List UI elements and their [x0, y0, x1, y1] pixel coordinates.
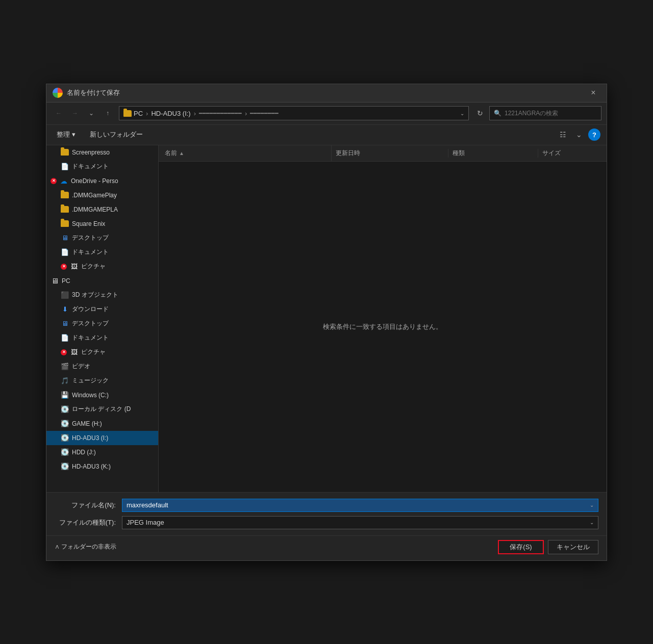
title-bar: 名前を付けて保存 × [46, 84, 607, 102]
sidebar-item-label: Square Enix [72, 220, 105, 227]
sidebar-item-hdadu3-i[interactable]: 💽 HD-ADU3 (I:) [46, 431, 158, 445]
recent-button[interactable]: ⌄ [84, 106, 98, 120]
breadcrumb-drive: HD-ADU3 (I:) [151, 110, 190, 117]
footer-actions: ∧ フォルダーの非表示 保存(S) キャンセル [46, 535, 607, 560]
sidebar-item-music[interactable]: 🎵 ミュージック [46, 374, 158, 388]
hide-folders-label: ∧ フォルダーの非表示 [55, 543, 116, 551]
refresh-button[interactable]: ↻ [473, 106, 487, 120]
filetype-dropdown[interactable]: ⌄ [590, 520, 594, 525]
desktop-icon2: 🖥 [61, 320, 69, 327]
sidebar-item-hdd-j[interactable]: 💽 HDD (J:) [46, 445, 158, 459]
help-button[interactable]: ? [588, 128, 600, 141]
chrome-icon [53, 88, 63, 98]
view-list-button[interactable]: ☷ [556, 127, 570, 142]
sidebar-item-label: デスクトップ [72, 319, 109, 328]
sidebar-item-pictures1[interactable]: ✕ 🖼 ピクチャ [46, 260, 158, 274]
sidebar-item-label: HD-ADU3 (I:) [72, 434, 108, 442]
new-folder-label: 新しいフォルダー [90, 130, 143, 139]
desktop-icon: 🖥 [61, 235, 69, 242]
sidebar-item-label: デスクトップ [72, 234, 109, 242]
sidebar-item-videos[interactable]: 🎬 ビデオ [46, 359, 158, 374]
column-date[interactable]: 更新日時 [332, 149, 448, 158]
cancel-button[interactable]: キャンセル [548, 540, 598, 554]
drive-icon: 💾 [61, 392, 69, 399]
breadcrumb-path: ━━━━━━━━━━━━ [199, 110, 242, 117]
sidebar-item-label: ダウンロード [72, 305, 109, 314]
sidebar-item-onedrive[interactable]: ✕ ☁ OneDrive - Perso [46, 174, 158, 188]
sidebar-item-downloads[interactable]: ⬇ ダウンロード [46, 302, 158, 317]
sidebar-item-label: ピクチャ [81, 262, 106, 271]
forward-button[interactable]: → [68, 106, 82, 120]
drive-icon6: 💽 [61, 463, 69, 470]
sidebar: Screenpresso 📄 ドキュメント ✕ ☁ OneDrive - Per… [46, 145, 159, 492]
organize-label: 整理 ▾ [57, 130, 76, 139]
breadcrumb[interactable]: PC › HD-ADU3 (I:) › ━━━━━━━━━━━━ › ━━━━━… [119, 106, 469, 120]
sidebar-item-game-h[interactable]: 💽 GAME (H:) [46, 417, 158, 431]
sidebar-item-label: Windows (C:) [72, 392, 109, 399]
breadcrumb-dropdown[interactable]: ⌄ [460, 111, 464, 116]
video-icon: 🎬 [61, 363, 69, 370]
picture-icon: 🖼 [70, 263, 78, 270]
up-button[interactable]: ↑ [101, 106, 115, 120]
sidebar-item-documents2[interactable]: 📄 ドキュメント [46, 245, 158, 260]
view-dropdown-button[interactable]: ⌄ [572, 127, 586, 142]
breadcrumb-sub: ━━━━━━━━ [250, 110, 279, 117]
file-area: 名前 ▲ 更新日時 種類 サイズ 検索条件に一致する項目はありません。 [159, 145, 607, 492]
action-buttons: 保存(S) キャンセル [498, 540, 598, 554]
folder-icon [61, 192, 69, 198]
search-input[interactable] [505, 110, 597, 117]
sidebar-item-documents3[interactable]: 📄 ドキュメント [46, 331, 158, 345]
sidebar-item-desktop1[interactable]: 🖥 デスクトップ [46, 231, 158, 245]
sidebar-item-documents1[interactable]: 📄 ドキュメント [46, 160, 158, 174]
sidebar-item-windows-c[interactable]: 💾 Windows (C:) [46, 388, 158, 402]
sidebar-item-label: ドキュメント [72, 162, 109, 171]
column-size[interactable]: サイズ [538, 149, 600, 158]
error-badge: ✕ [61, 264, 67, 270]
sidebar-item-screenpresso[interactable]: Screenpresso [46, 145, 158, 160]
close-button[interactable]: × [586, 86, 600, 100]
sidebar-item-local-d[interactable]: 💽 ローカル ディスク (D [46, 402, 158, 417]
filename-value: maxresdefault [127, 501, 168, 509]
sidebar-item-label: HDD (J:) [72, 449, 96, 456]
sidebar-item-label: HD-ADU3 (K:) [72, 463, 111, 470]
hide-folders-button[interactable]: ∧ フォルダーの非表示 [55, 543, 116, 551]
sidebar-item-pc[interactable]: 🖥 PC [46, 274, 158, 288]
filetype-select[interactable]: JPEG Image ⌄ [122, 516, 598, 529]
sidebar-item-label: ローカル ディスク (D [72, 405, 131, 414]
sidebar-item-label: .DMMGAMEPLA [72, 206, 118, 213]
filename-input[interactable]: maxresdefault ⌄ [122, 499, 598, 512]
sidebar-item-label: ビデオ [72, 362, 90, 371]
breadcrumb-pc: PC [134, 110, 143, 117]
column-name[interactable]: 名前 ▲ [165, 145, 332, 161]
error-badge2: ✕ [61, 349, 67, 355]
back-button[interactable]: ← [52, 106, 66, 120]
sidebar-item-squareenix[interactable]: Square Enix [46, 217, 158, 231]
sidebar-item-label: GAME (H:) [72, 420, 102, 427]
dialog-title: 名前を付けて保存 [67, 88, 582, 97]
column-type[interactable]: 種類 [448, 149, 538, 158]
navigation-toolbar: ← → ⌄ ↑ PC › HD-ADU3 (I:) › ━━━━━━━━━━━━… [46, 102, 607, 125]
save-dialog: 名前を付けて保存 × ← → ⌄ ↑ PC › HD-ADU3 (I:) › ━… [46, 84, 607, 561]
sidebar-item-dmmgameplay[interactable]: .DMMGamePlay [46, 188, 158, 202]
filetype-row: ファイルの種類(T): JPEG Image ⌄ [55, 516, 598, 529]
sidebar-item-dmmgamepla[interactable]: .DMMGAMEPLA [46, 202, 158, 217]
action-bar: 整理 ▾ 新しいフォルダー ☷ ⌄ ? [46, 125, 607, 145]
sidebar-item-3d[interactable]: ⬛ 3D オブジェクト [46, 288, 158, 302]
sidebar-item-label: Screenpresso [72, 149, 110, 156]
folder-icon [61, 149, 69, 156]
filetype-value: JPEG Image [127, 519, 164, 526]
save-button[interactable]: 保存(S) [498, 540, 544, 554]
sidebar-item-pictures2[interactable]: ✕ 🖼 ピクチャ [46, 345, 158, 359]
sidebar-item-desktop2[interactable]: 🖥 デスクトップ [46, 317, 158, 331]
empty-message: 検索条件に一致する項目はありません。 [323, 322, 442, 331]
sidebar-item-hdadu3-k[interactable]: 💽 HD-ADU3 (K:) [46, 459, 158, 474]
document-icon: 📄 [61, 249, 69, 256]
search-icon: 🔍 [494, 110, 501, 117]
picture-icon2: 🖼 [70, 349, 78, 356]
sort-arrow: ▲ [179, 150, 184, 156]
sidebar-item-label: ミュージック [72, 376, 109, 385]
organize-button[interactable]: 整理 ▾ [53, 128, 80, 141]
filetype-label: ファイルの種類(T): [55, 518, 116, 527]
new-folder-button[interactable]: 新しいフォルダー [86, 128, 147, 141]
filename-dropdown[interactable]: ⌄ [590, 502, 594, 508]
